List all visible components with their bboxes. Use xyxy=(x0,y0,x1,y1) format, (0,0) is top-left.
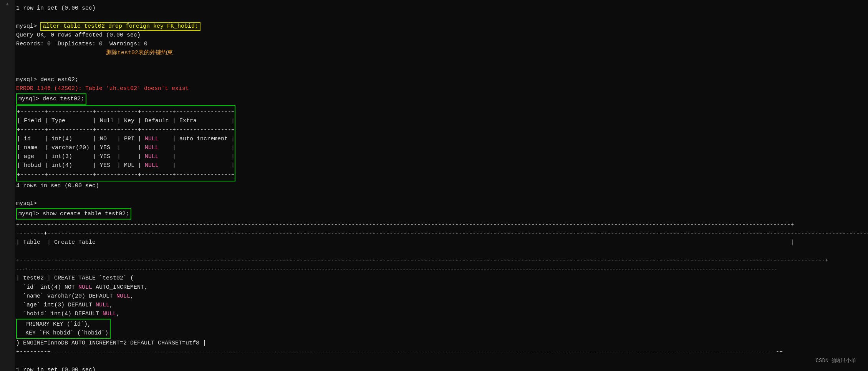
show-create-cmd-box: mysql> show create table test02; xyxy=(16,208,131,220)
scrollbar[interactable]: ▲ xyxy=(0,0,15,371)
create-row-hobid: `hobid` int(4) DEFAULT NULL, xyxy=(16,309,864,318)
blank-2 xyxy=(16,67,864,75)
scroll-up-arrow[interactable]: ▲ xyxy=(6,0,8,8)
create-row-primary-key: PRIMARY KEY (`id`), xyxy=(18,321,91,328)
create-table-header: | Table | Create Table xyxy=(16,238,864,247)
comment-text: 删除test02表的外键约束 xyxy=(106,50,173,56)
sep-line-2a: +--------+------------------------------… xyxy=(16,256,864,265)
show-create-cmd-line: mysql> show create table test02; xyxy=(18,211,129,217)
primary-key-section: PRIMARY KEY (`id`), KEY `FK_hobid` (`hob… xyxy=(16,330,111,336)
alter-cmd-highlight: alter table test02 drop foreign key FK_h… xyxy=(40,22,200,31)
desc-row-id: | id | int(4) | NO | PRI | NULL | auto_i… xyxy=(17,135,235,143)
desc-table-header-sep: +-------+-------------+------+-----+----… xyxy=(17,108,235,116)
watermark: CSDN @两只小羊 xyxy=(816,357,856,364)
create-row-start: | test02 | CREATE TABLE `test02` ( xyxy=(16,274,864,283)
desc-cmd-box: mysql> desc test02; xyxy=(16,93,86,105)
create-table-header-sep: --------+-------------------------------… xyxy=(16,229,864,238)
desc-row-hobid: | hobid | int(4) | YES | MUL | NULL | | xyxy=(17,161,235,170)
desc-row-age: | age | int(3) | YES | | NULL | | xyxy=(17,152,235,161)
desc-table-box: +-------+-------------+------+-----+----… xyxy=(16,105,235,181)
terminal-window: ▲ 1 row in set (0.00 sec) mysql> alter t… xyxy=(0,0,868,371)
desc-table-footer-sep: +-------+-------------+------+-----+----… xyxy=(17,170,235,179)
error-line: ERROR 1146 (42S02): Table 'zh.est02' doe… xyxy=(16,84,864,93)
create-row-engine: ) ENGINE=InnoDB AUTO_INCREMENT=2 DEFAULT… xyxy=(16,339,864,348)
create-table-header-blank xyxy=(16,247,864,256)
desc-cmd-line: mysql> desc test02; xyxy=(18,96,84,102)
rows-result-2: 1 row in set (0.00 sec) xyxy=(16,366,864,371)
query-ok-line: Query OK, 0 rows affected (0.00 sec) xyxy=(16,31,864,40)
content-area: 1 row in set (0.00 sec) mysql> alter tab… xyxy=(16,4,868,371)
create-row-name: `name` varchar(20) DEFAULT NULL, xyxy=(16,292,864,301)
blank-mysql-1: mysql> xyxy=(16,199,864,208)
records-line: Records: 0 Duplicates: 0 Warnings: 0 删除t… xyxy=(16,40,864,67)
create-row-age: `age` int(3) DEFAULT NULL, xyxy=(16,301,864,309)
create-row-id: `id` int(4) NOT NULL AUTO_INCREMENT, xyxy=(16,283,864,292)
result-line-1: 1 row in set (0.00 sec) xyxy=(16,4,864,13)
sep-line-3: +--------+------------------------------… xyxy=(16,348,864,356)
blank-3 xyxy=(16,190,864,199)
sep-line-1: +--------+------------------------------… xyxy=(16,220,864,229)
desc-est02-line: mysql> desc est02; xyxy=(16,75,864,84)
desc-table-header: | Field | Type | Null | Key | Default | … xyxy=(17,116,235,125)
blank-1 xyxy=(16,13,864,22)
desc-row-name: | name | varchar(20) | YES | | NULL | | xyxy=(17,143,235,152)
primary-key-box: PRIMARY KEY (`id`), KEY `FK_hobid` (`hob… xyxy=(16,319,111,339)
alter-cmd-line: mysql> alter table test02 drop foreign k… xyxy=(16,22,864,31)
blank-4 xyxy=(16,357,864,366)
create-row-key-fk: KEY `FK_hobid` (`hobid`) xyxy=(18,330,108,336)
sep-line-2b: ---+------------------------------------… xyxy=(16,265,864,274)
rows-result-1: 4 rows in set (0.00 sec) xyxy=(16,181,864,190)
desc-table-header-sep2: +-------+-------------+------+-----+----… xyxy=(17,125,235,134)
